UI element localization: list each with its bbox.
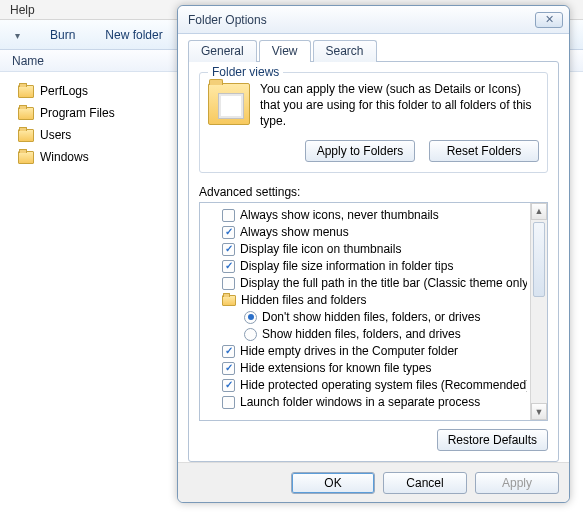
- folder-options-dialog: Folder Options ✕ General View Search Fol…: [177, 5, 570, 503]
- folder-views-label: Folder views: [208, 65, 283, 79]
- dialog-body: General View Search Folder views You can…: [178, 34, 569, 462]
- scrollbar[interactable]: ▲ ▼: [530, 203, 547, 420]
- advanced-setting-label: Don't show hidden files, folders, or dri…: [262, 310, 480, 324]
- folder-icon: [222, 295, 236, 306]
- advanced-setting-label: Display file size information in folder …: [240, 259, 453, 273]
- dialog-footer: OK Cancel Apply: [178, 462, 569, 502]
- advanced-setting-item[interactable]: Always show icons, never thumbnails: [204, 207, 527, 224]
- reset-folders-button[interactable]: Reset Folders: [429, 140, 539, 162]
- advanced-setting-item[interactable]: Don't show hidden files, folders, or dri…: [204, 309, 527, 326]
- advanced-settings-list[interactable]: Always show icons, never thumbnailsAlway…: [204, 207, 527, 416]
- checkbox-icon[interactable]: [222, 362, 235, 375]
- advanced-setting-label: Show hidden files, folders, and drives: [262, 327, 461, 341]
- advanced-setting-label: Hide protected operating system files (R…: [240, 378, 527, 392]
- advanced-setting-item[interactable]: Hidden files and folders: [204, 292, 527, 309]
- close-icon: ✕: [545, 13, 554, 26]
- radio-icon[interactable]: [244, 311, 257, 324]
- list-item-label: Windows: [40, 150, 89, 164]
- folder-icon: [18, 151, 34, 164]
- toolbar-burn[interactable]: Burn: [44, 24, 81, 46]
- ok-button[interactable]: OK: [291, 472, 375, 494]
- advanced-setting-label: Launch folder windows in a separate proc…: [240, 395, 480, 409]
- advanced-setting-item[interactable]: Launch folder windows in a separate proc…: [204, 394, 527, 411]
- folder-icon: [18, 129, 34, 142]
- checkbox-icon[interactable]: [222, 260, 235, 273]
- advanced-setting-item[interactable]: Display file size information in folder …: [204, 258, 527, 275]
- tab-panel-view: Folder views You can apply the view (suc…: [188, 61, 559, 462]
- checkbox-icon[interactable]: [222, 379, 235, 392]
- advanced-settings-label: Advanced settings:: [199, 185, 548, 199]
- advanced-setting-item[interactable]: Hide empty drives in the Computer folder: [204, 343, 527, 360]
- advanced-setting-item[interactable]: Hide protected operating system files (R…: [204, 377, 527, 394]
- checkbox-icon[interactable]: [222, 396, 235, 409]
- advanced-setting-item[interactable]: Always show menus: [204, 224, 527, 241]
- folder-views-text: You can apply the view (such as Details …: [260, 81, 539, 130]
- close-button[interactable]: ✕: [535, 12, 563, 28]
- advanced-setting-label: Hide empty drives in the Computer folder: [240, 344, 458, 358]
- dialog-title: Folder Options: [188, 13, 535, 27]
- advanced-setting-item[interactable]: Show hidden files, folders, and drives: [204, 326, 527, 343]
- tab-view[interactable]: View: [259, 40, 311, 62]
- restore-defaults-button[interactable]: Restore Defaults: [437, 429, 548, 451]
- checkbox-icon[interactable]: [222, 226, 235, 239]
- advanced-setting-item[interactable]: Display the full path in the title bar (…: [204, 275, 527, 292]
- scroll-thumb[interactable]: [533, 222, 545, 297]
- advanced-settings-box: Always show icons, never thumbnailsAlway…: [199, 202, 548, 421]
- folder-views-group: Folder views You can apply the view (suc…: [199, 72, 548, 173]
- scroll-track[interactable]: [531, 220, 547, 403]
- dialog-titlebar[interactable]: Folder Options ✕: [178, 6, 569, 34]
- checkbox-icon[interactable]: [222, 209, 235, 222]
- checkbox-icon[interactable]: [222, 345, 235, 358]
- tab-search[interactable]: Search: [313, 40, 377, 62]
- scroll-down-icon[interactable]: ▼: [531, 403, 547, 420]
- tab-strip: General View Search: [188, 40, 559, 62]
- folder-icon: [18, 107, 34, 120]
- menu-help[interactable]: Help: [4, 1, 41, 19]
- checkbox-icon[interactable]: [222, 243, 235, 256]
- list-item-label: PerfLogs: [40, 84, 88, 98]
- toolbar-dropdown[interactable]: [6, 24, 26, 46]
- advanced-setting-label: Display file icon on thumbnails: [240, 242, 401, 256]
- folder-icon: [18, 85, 34, 98]
- advanced-setting-label: Always show menus: [240, 225, 349, 239]
- advanced-setting-label: Always show icons, never thumbnails: [240, 208, 439, 222]
- list-item-label: Program Files: [40, 106, 115, 120]
- advanced-setting-item[interactable]: Display file icon on thumbnails: [204, 241, 527, 258]
- apply-to-folders-button[interactable]: Apply to Folders: [305, 140, 415, 162]
- tab-general[interactable]: General: [188, 40, 257, 62]
- checkbox-icon[interactable]: [222, 277, 235, 290]
- advanced-setting-label: Display the full path in the title bar (…: [240, 276, 527, 290]
- toolbar-new-folder[interactable]: New folder: [99, 24, 168, 46]
- apply-button[interactable]: Apply: [475, 472, 559, 494]
- scroll-up-icon[interactable]: ▲: [531, 203, 547, 220]
- list-item-label: Users: [40, 128, 71, 142]
- advanced-setting-label: Hidden files and folders: [241, 293, 366, 307]
- advanced-setting-item[interactable]: Hide extensions for known file types: [204, 360, 527, 377]
- column-name[interactable]: Name: [12, 54, 44, 68]
- folder-views-icon: [208, 83, 250, 125]
- cancel-button[interactable]: Cancel: [383, 472, 467, 494]
- radio-icon[interactable]: [244, 328, 257, 341]
- advanced-setting-label: Hide extensions for known file types: [240, 361, 431, 375]
